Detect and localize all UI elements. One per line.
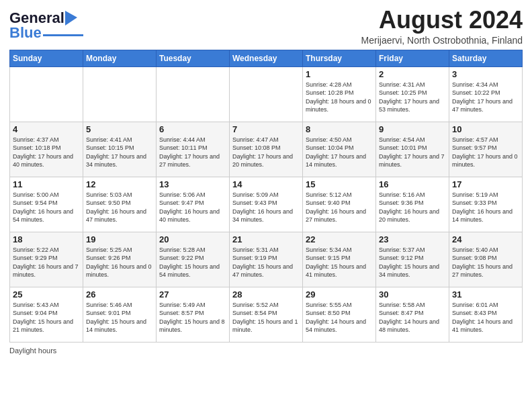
- calendar-cell: [83, 66, 157, 122]
- calendar-day-header: Friday: [376, 50, 449, 66]
- calendar-cell: 22Sunrise: 5:34 AM Sunset: 9:15 PM Dayli…: [303, 232, 376, 287]
- calendar-cell: 18Sunrise: 5:22 AM Sunset: 9:29 PM Dayli…: [10, 232, 83, 287]
- day-number: 25: [13, 289, 80, 300]
- day-info: Sunrise: 5:52 AM Sunset: 8:54 PM Dayligh…: [232, 301, 300, 334]
- day-number: 6: [159, 124, 226, 134]
- calendar-cell: 28Sunrise: 5:52 AM Sunset: 8:54 PM Dayli…: [230, 287, 303, 342]
- calendar-cell: 15Sunrise: 5:12 AM Sunset: 9:40 PM Dayli…: [303, 177, 376, 232]
- calendar-cell: 11Sunrise: 5:00 AM Sunset: 9:54 PM Dayli…: [10, 177, 83, 232]
- calendar-cell: 7Sunrise: 4:47 AM Sunset: 10:08 PM Dayli…: [230, 122, 303, 177]
- day-number: 26: [86, 289, 153, 300]
- day-number: 15: [306, 179, 373, 189]
- calendar-cell: 31Sunrise: 6:01 AM Sunset: 8:43 PM Dayli…: [449, 287, 523, 342]
- location-title: Merijaervi, North Ostrobothnia, Finland: [361, 35, 523, 46]
- day-info: Sunrise: 5:00 AM Sunset: 9:54 PM Dayligh…: [13, 191, 80, 224]
- day-number: 11: [13, 179, 80, 189]
- calendar-cell: 17Sunrise: 5:19 AM Sunset: 9:33 PM Dayli…: [449, 177, 523, 232]
- month-title: August 2024: [361, 7, 523, 34]
- day-info: Sunrise: 5:09 AM Sunset: 9:43 PM Dayligh…: [232, 191, 300, 224]
- day-number: 23: [379, 234, 446, 244]
- day-number: 21: [232, 234, 300, 244]
- calendar-cell: 3Sunrise: 4:34 AM Sunset: 10:22 PM Dayli…: [449, 66, 523, 122]
- calendar-day-header: Sunday: [10, 50, 83, 66]
- calendar-cell: 30Sunrise: 5:58 AM Sunset: 8:47 PM Dayli…: [376, 287, 449, 342]
- calendar-cell: 14Sunrise: 5:09 AM Sunset: 9:43 PM Dayli…: [230, 177, 303, 232]
- calendar-week-row: 18Sunrise: 5:22 AM Sunset: 9:29 PM Dayli…: [10, 232, 523, 287]
- calendar-cell: 23Sunrise: 5:37 AM Sunset: 9:12 PM Dayli…: [376, 232, 449, 287]
- calendar-cell: 29Sunrise: 5:55 AM Sunset: 8:50 PM Dayli…: [303, 287, 376, 342]
- day-info: Sunrise: 4:28 AM Sunset: 10:28 PM Daylig…: [306, 81, 373, 114]
- calendar-day-header: Tuesday: [157, 50, 230, 66]
- day-number: 28: [232, 289, 300, 300]
- calendar-day-header: Monday: [83, 50, 157, 66]
- day-number: 14: [232, 179, 300, 189]
- day-info: Sunrise: 5:31 AM Sunset: 9:19 PM Dayligh…: [232, 246, 300, 279]
- day-number: 1: [306, 69, 373, 79]
- day-number: 12: [86, 179, 153, 189]
- day-number: 17: [452, 179, 519, 189]
- calendar-cell: 21Sunrise: 5:31 AM Sunset: 9:19 PM Dayli…: [230, 232, 303, 287]
- day-number: 2: [379, 69, 446, 79]
- logo: General Blue: [9, 9, 83, 42]
- day-info: Sunrise: 5:19 AM Sunset: 9:33 PM Dayligh…: [452, 191, 519, 224]
- day-info: Sunrise: 5:12 AM Sunset: 9:40 PM Dayligh…: [306, 191, 373, 224]
- day-info: Sunrise: 5:37 AM Sunset: 9:12 PM Dayligh…: [379, 246, 446, 279]
- page: General Blue August 2024 Merijaervi, Nor…: [0, 0, 532, 411]
- day-number: 13: [159, 179, 226, 189]
- header: General Blue August 2024 Merijaervi, Nor…: [9, 7, 523, 46]
- day-info: Sunrise: 4:50 AM Sunset: 10:04 PM Daylig…: [306, 136, 373, 169]
- day-info: Sunrise: 4:34 AM Sunset: 10:22 PM Daylig…: [452, 81, 519, 114]
- calendar-cell: 16Sunrise: 5:16 AM Sunset: 9:36 PM Dayli…: [376, 177, 449, 232]
- day-info: Sunrise: 4:54 AM Sunset: 10:01 PM Daylig…: [379, 136, 446, 169]
- calendar-cell: 24Sunrise: 5:40 AM Sunset: 9:08 PM Dayli…: [449, 232, 523, 287]
- day-info: Sunrise: 5:28 AM Sunset: 9:22 PM Dayligh…: [159, 246, 226, 279]
- day-info: Sunrise: 5:55 AM Sunset: 8:50 PM Dayligh…: [306, 301, 373, 334]
- calendar-week-row: 4Sunrise: 4:37 AM Sunset: 10:18 PM Dayli…: [10, 122, 523, 177]
- day-info: Sunrise: 4:44 AM Sunset: 10:11 PM Daylig…: [159, 136, 226, 169]
- calendar-cell: 2Sunrise: 4:31 AM Sunset: 10:25 PM Dayli…: [376, 66, 449, 122]
- day-number: 30: [379, 289, 446, 300]
- calendar-cell: 27Sunrise: 5:49 AM Sunset: 8:57 PM Dayli…: [157, 287, 230, 342]
- day-info: Sunrise: 5:49 AM Sunset: 8:57 PM Dayligh…: [159, 301, 226, 334]
- calendar-week-row: 25Sunrise: 5:43 AM Sunset: 9:04 PM Dayli…: [10, 287, 523, 342]
- day-info: Sunrise: 4:41 AM Sunset: 10:15 PM Daylig…: [86, 136, 153, 169]
- calendar-day-header: Wednesday: [230, 50, 303, 66]
- calendar-cell: 26Sunrise: 5:46 AM Sunset: 9:01 PM Dayli…: [83, 287, 157, 342]
- calendar-week-row: 1Sunrise: 4:28 AM Sunset: 10:28 PM Dayli…: [10, 66, 523, 122]
- day-number: 10: [452, 124, 519, 134]
- day-number: 9: [379, 124, 446, 134]
- day-number: 29: [306, 289, 373, 300]
- calendar-cell: 8Sunrise: 4:50 AM Sunset: 10:04 PM Dayli…: [303, 122, 376, 177]
- day-info: Sunrise: 5:34 AM Sunset: 9:15 PM Dayligh…: [306, 246, 373, 279]
- logo-blue: Blue: [9, 24, 42, 42]
- calendar-day-header: Saturday: [449, 50, 523, 66]
- day-number: 8: [306, 124, 373, 134]
- calendar-cell: 12Sunrise: 5:03 AM Sunset: 9:50 PM Dayli…: [83, 177, 157, 232]
- day-number: 7: [232, 124, 300, 134]
- title-section: August 2024 Merijaervi, North Ostrobothn…: [361, 7, 523, 46]
- day-info: Sunrise: 5:16 AM Sunset: 9:36 PM Dayligh…: [379, 191, 446, 224]
- day-number: 24: [452, 234, 519, 244]
- footer: Daylight hours: [9, 347, 523, 355]
- day-number: 18: [13, 234, 80, 244]
- calendar-cell: 6Sunrise: 4:44 AM Sunset: 10:11 PM Dayli…: [157, 122, 230, 177]
- calendar-cell: 19Sunrise: 5:25 AM Sunset: 9:26 PM Dayli…: [83, 232, 157, 287]
- day-number: 31: [452, 289, 519, 300]
- day-number: 3: [452, 69, 519, 79]
- day-info: Sunrise: 6:01 AM Sunset: 8:43 PM Dayligh…: [452, 301, 519, 334]
- calendar-cell: 20Sunrise: 5:28 AM Sunset: 9:22 PM Dayli…: [157, 232, 230, 287]
- day-info: Sunrise: 5:43 AM Sunset: 9:04 PM Dayligh…: [13, 301, 80, 334]
- calendar-day-header: Thursday: [303, 50, 376, 66]
- calendar-cell: 5Sunrise: 4:41 AM Sunset: 10:15 PM Dayli…: [83, 122, 157, 177]
- daylight-label: Daylight hours: [9, 347, 56, 355]
- day-info: Sunrise: 5:46 AM Sunset: 9:01 PM Dayligh…: [86, 301, 153, 334]
- calendar-cell: 13Sunrise: 5:06 AM Sunset: 9:47 PM Dayli…: [157, 177, 230, 232]
- day-number: 27: [159, 289, 226, 300]
- calendar-cell: 10Sunrise: 4:57 AM Sunset: 9:57 PM Dayli…: [449, 122, 523, 177]
- calendar-cell: 1Sunrise: 4:28 AM Sunset: 10:28 PM Dayli…: [303, 66, 376, 122]
- day-info: Sunrise: 5:40 AM Sunset: 9:08 PM Dayligh…: [452, 246, 519, 279]
- calendar-cell: [230, 66, 303, 122]
- day-number: 16: [379, 179, 446, 189]
- day-info: Sunrise: 4:57 AM Sunset: 9:57 PM Dayligh…: [452, 136, 519, 169]
- calendar-cell: 9Sunrise: 4:54 AM Sunset: 10:01 PM Dayli…: [376, 122, 449, 177]
